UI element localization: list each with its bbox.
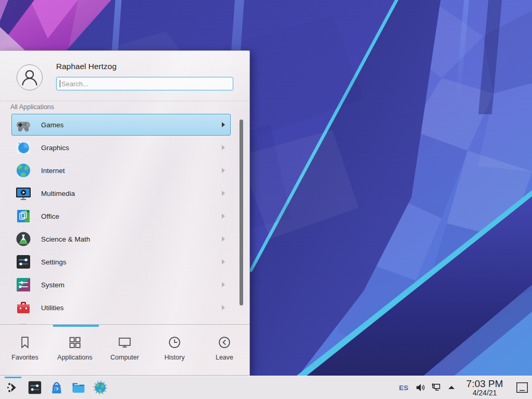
tab-label: Computer (111, 354, 139, 361)
settings-icon (15, 254, 32, 270)
submenu-arrow-icon (222, 305, 225, 310)
submenu-arrow-icon (222, 168, 225, 173)
clock-time: 7:03 PM (462, 379, 507, 389)
discover-icon (49, 380, 64, 395)
tab-label: History (165, 354, 185, 361)
favorites-icon (18, 335, 32, 350)
clock-date: 4/24/21 (462, 389, 507, 397)
category-label: Office (41, 212, 59, 220)
internet-icon (15, 162, 32, 179)
launcher-tab-bar: FavoritesApplicationsComputerHistoryLeav… (0, 329, 249, 370)
show-desktop-button[interactable] (512, 376, 532, 399)
tabbar-separator (0, 324, 249, 325)
launcher-header: Raphael Hertzog (0, 51, 249, 101)
taskbar-system-settings-button[interactable] (24, 376, 46, 399)
system-tray: ES 7:03 PM 4/24/21 (395, 376, 532, 399)
taskbar-web-browser-button[interactable] (89, 376, 111, 399)
office-icon (15, 208, 32, 224)
submenu-arrow-icon (222, 259, 225, 264)
category-label: System (41, 281, 64, 289)
category-row-internet[interactable]: Internet (11, 159, 231, 181)
applications-icon (68, 335, 82, 350)
submenu-arrow-icon (222, 122, 225, 127)
active-tab-indicator (53, 325, 99, 327)
folder-icon (71, 380, 86, 395)
category-row-office[interactable]: Office (11, 205, 231, 227)
submenu-arrow-icon (222, 145, 225, 150)
active-task-indicator (5, 377, 21, 378)
user-name: Raphael Hertzog (56, 62, 116, 71)
tab-computer[interactable]: Computer (100, 329, 150, 370)
category-row-multimedia[interactable]: Multimedia (11, 182, 231, 204)
category-row-utilities[interactable]: Utilities (11, 297, 231, 318)
network-icon[interactable] (428, 376, 444, 399)
category-label: Settings (41, 258, 66, 266)
taskbar-file-manager-button[interactable] (68, 376, 89, 399)
text-cursor (60, 80, 60, 87)
taskbar-launcher-button[interactable] (2, 376, 24, 399)
volume-icon[interactable] (413, 376, 428, 399)
tab-label: Leave (216, 354, 233, 361)
kickoff-icon (5, 380, 21, 395)
category-list: GamesGraphicsInternetMultimediaOfficeSci… (0, 114, 249, 324)
category-row-system[interactable]: System (11, 274, 231, 296)
games-icon (15, 116, 32, 133)
submenu-arrow-icon (222, 191, 225, 196)
history-icon (167, 335, 182, 350)
category-label: Graphics (41, 144, 69, 152)
category-row-games[interactable]: Games (11, 114, 231, 136)
category-row-help[interactable]: Help (11, 320, 231, 324)
application-launcher-menu: Raphael Hertzog All Applications GamesGr… (0, 50, 250, 376)
system-icon (15, 276, 32, 293)
header-separator (0, 101, 249, 101)
search-input[interactable] (57, 77, 233, 90)
scrollbar[interactable] (240, 119, 243, 305)
science-icon (15, 231, 32, 247)
user-avatar[interactable] (17, 64, 43, 90)
category-label: Science & Math (41, 235, 90, 243)
category-row-graphics[interactable]: Graphics (11, 137, 231, 158)
taskbar: ES 7:03 PM 4/24/21 (0, 376, 532, 399)
category-label: Games (41, 121, 64, 129)
tab-label: Favorites (11, 354, 38, 361)
keyboard-layout-indicator[interactable]: ES (395, 384, 413, 392)
browser-icon (92, 380, 108, 395)
category-row-science-math[interactable]: Science & Math (11, 228, 231, 250)
tab-applications[interactable]: Applications (50, 329, 100, 370)
computer-icon (117, 335, 132, 350)
desktop: Raphael Hertzog All Applications GamesGr… (0, 0, 532, 399)
category-row-settings[interactable]: Settings (11, 251, 231, 273)
settings-app-icon (27, 380, 43, 395)
submenu-arrow-icon (222, 282, 225, 287)
clock[interactable]: 7:03 PM 4/24/21 (462, 379, 507, 397)
utilities-icon (15, 299, 32, 316)
leave-icon (217, 335, 232, 350)
submenu-arrow-icon (222, 214, 225, 219)
tab-favorites[interactable]: Favorites (0, 329, 50, 370)
tab-label: Applications (57, 354, 92, 361)
section-label: All Applications (10, 103, 54, 111)
category-label: Utilities (41, 304, 64, 312)
tab-history[interactable]: History (150, 329, 200, 370)
category-label: Internet (41, 167, 65, 175)
multimedia-icon (15, 185, 32, 202)
graphics-icon (15, 139, 32, 156)
search-box (56, 77, 233, 90)
tab-leave[interactable]: Leave (200, 329, 249, 370)
expand-tray-icon[interactable] (444, 376, 459, 399)
taskbar-discover-button[interactable] (46, 376, 68, 399)
submenu-arrow-icon (222, 236, 225, 242)
category-label: Multimedia (41, 190, 75, 197)
